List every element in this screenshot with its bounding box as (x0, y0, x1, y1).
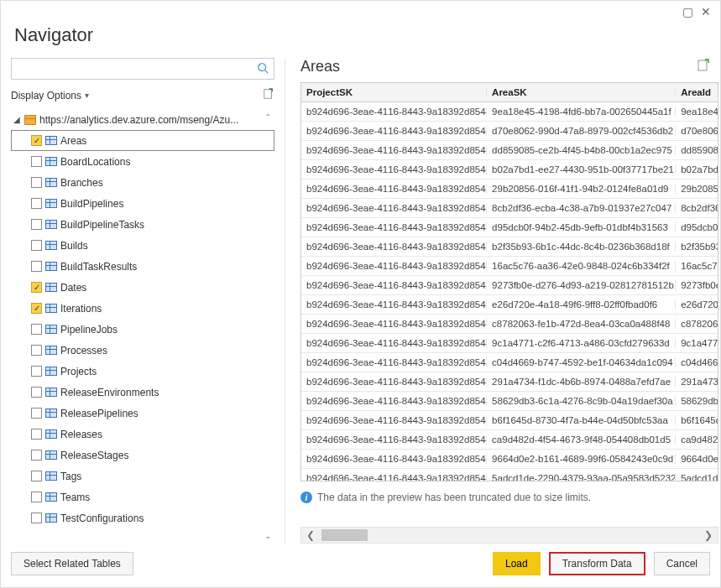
tree-item-releaseenvironments[interactable]: ReleaseEnvironments (11, 382, 274, 403)
table-row[interactable]: b924d696-3eae-4116-8443-9a18392d85445862… (301, 392, 718, 411)
checkbox[interactable] (31, 450, 42, 461)
table-icon (45, 157, 57, 166)
select-related-tables-button[interactable]: Select Related Tables (11, 552, 133, 575)
load-button[interactable]: Load (493, 552, 541, 575)
table-row[interactable]: b924d696-3eae-4116-8443-9a18392d854429b2… (301, 180, 718, 199)
table-row[interactable]: b924d696-3eae-4116-8443-9a18392d8544b2f3… (301, 237, 718, 257)
checkbox[interactable] (31, 513, 42, 523)
checkbox[interactable] (31, 198, 42, 209)
table-icon (45, 408, 57, 418)
checkbox[interactable] (31, 219, 42, 230)
checkbox[interactable] (31, 177, 42, 188)
navigator-tree: ◢ https://analytics.dev.azure.com/mseng/… (11, 109, 274, 544)
col-areaid[interactable]: AreaId (676, 87, 718, 97)
checkbox[interactable] (31, 324, 42, 335)
refresh-icon[interactable] (263, 88, 274, 102)
table-row[interactable]: b924d696-3eae-4116-8443-9a18392d854416ac… (301, 257, 718, 276)
display-options-dropdown[interactable]: Display Options ▾ (11, 90, 89, 101)
tree-item-iterations[interactable]: ✓Iterations (11, 298, 274, 319)
window-controls: ▢ ✕ (673, 1, 720, 23)
scroll-down-icon[interactable]: ⌄ (264, 529, 271, 542)
cell: b924d696-3eae-4116-8443-9a18392d8544 (301, 242, 487, 252)
tree-scrollbar[interactable]: ⌃ ⌄ (261, 111, 274, 542)
checkbox[interactable] (31, 156, 42, 167)
horizontal-scrollbar[interactable]: ❮ ❯ (300, 527, 718, 544)
tree-item-releasepipelines[interactable]: ReleasePipelines (11, 403, 274, 424)
tree-item-dates[interactable]: ✓Dates (11, 277, 274, 298)
scroll-track[interactable] (261, 123, 274, 529)
table-row[interactable]: b924d696-3eae-4116-8443-9a18392d8544b02a… (301, 160, 718, 180)
cell: b6f1645d (676, 415, 718, 425)
expander-icon[interactable]: ◢ (13, 115, 21, 124)
tree-item-projects[interactable]: Projects (11, 361, 274, 382)
table-row[interactable]: b924d696-3eae-4116-8443-9a18392d8544d95d… (301, 218, 718, 237)
checkbox[interactable] (31, 387, 42, 398)
table-row[interactable]: b924d696-3eae-4116-8443-9a18392d85445adc… (301, 469, 718, 481)
table-row[interactable]: b924d696-3eae-4116-8443-9a18392d85449273… (301, 276, 718, 295)
tree-item-boardlocations[interactable]: BoardLocations (11, 151, 274, 172)
col-areask[interactable]: AreaSK (487, 87, 676, 97)
table-row[interactable]: b924d696-3eae-4116-8443-9a18392d8544e26d… (301, 295, 718, 315)
checkbox[interactable]: ✓ (31, 303, 42, 314)
tree-item-releases[interactable]: Releases (11, 424, 274, 445)
scroll-left-icon[interactable]: ❮ (301, 529, 320, 541)
tree-item-buildpipelinetasks[interactable]: BuildPipelineTasks (11, 214, 274, 235)
table-icon (45, 262, 57, 271)
checkbox[interactable]: ✓ (31, 135, 42, 146)
checkbox[interactable]: ✓ (31, 282, 42, 293)
cell: 9273fb0e-d276-4d93-a219-02812781512b (487, 280, 676, 290)
tree-item-processes[interactable]: Processes (11, 340, 274, 361)
transform-data-button[interactable]: Transform Data (549, 552, 645, 575)
tree-item-tags[interactable]: Tags (11, 466, 274, 487)
checkbox[interactable] (31, 492, 42, 502)
table-row[interactable]: b924d696-3eae-4116-8443-9a18392d85449ea1… (301, 102, 718, 122)
cell: b924d696-3eae-4116-8443-9a18392d8544 (301, 164, 487, 174)
checkbox[interactable] (31, 345, 42, 356)
search-input[interactable] (12, 63, 252, 75)
table-row[interactable]: b924d696-3eae-4116-8443-9a18392d8544291a… (301, 372, 718, 392)
table-row[interactable]: b924d696-3eae-4116-8443-9a18392d8544dd85… (301, 141, 718, 160)
table-row[interactable]: b924d696-3eae-4116-8443-9a18392d8544b6f1… (301, 411, 718, 430)
tree-item-label: Teams (60, 492, 90, 503)
checkbox[interactable] (31, 240, 42, 251)
search-icon[interactable] (252, 62, 274, 76)
checkbox[interactable] (31, 366, 42, 377)
tree-root[interactable]: ◢ https://analytics.dev.azure.com/mseng/… (11, 109, 274, 130)
display-options-label: Display Options (11, 90, 81, 101)
tree-item-testconfigurations[interactable]: TestConfigurations (11, 507, 274, 528)
tree-item-teams[interactable]: Teams (11, 487, 274, 507)
tree-item-builds[interactable]: Builds (11, 235, 274, 256)
close-icon[interactable]: ✕ (700, 6, 712, 18)
tree-item-releasestages[interactable]: ReleaseStages (11, 445, 274, 466)
preview-options-icon[interactable] (697, 59, 710, 75)
tree-item-buildtaskresults[interactable]: BuildTaskResults (11, 256, 274, 277)
checkbox[interactable] (31, 261, 42, 272)
tree-item-pipelinejobs[interactable]: PipelineJobs (11, 319, 274, 340)
table-row[interactable]: b924d696-3eae-4116-8443-9a18392d8544d70e… (301, 122, 718, 141)
maximize-icon[interactable]: ▢ (682, 6, 693, 18)
col-projectsk[interactable]: ProjectSK (301, 87, 487, 97)
table-row[interactable]: b924d696-3eae-4116-8443-9a18392d85448cb2… (301, 199, 718, 218)
scroll-right-icon[interactable]: ❯ (699, 529, 718, 541)
table-row[interactable]: b924d696-3eae-4116-8443-9a18392d8544ca9d… (301, 430, 718, 450)
tree-item-branches[interactable]: Branches (11, 172, 274, 193)
tree-item-areas[interactable]: ✓Areas (11, 130, 274, 151)
table-row[interactable]: b924d696-3eae-4116-8443-9a18392d85449664… (301, 450, 718, 469)
scroll-up-icon[interactable]: ⌃ (264, 111, 271, 123)
checkbox[interactable] (31, 471, 42, 481)
table-row[interactable]: b924d696-3eae-4116-8443-9a18392d85449c1a… (301, 334, 718, 353)
table-row[interactable]: b924d696-3eae-4116-8443-9a18392d8544c878… (301, 315, 718, 334)
cancel-button[interactable]: Cancel (654, 552, 710, 575)
cell: d70e8062-990d-47a8-8979-002cf4536db2 (487, 126, 676, 136)
tree-item-buildpipelines[interactable]: BuildPipelines (11, 193, 274, 214)
scroll-thumb[interactable] (320, 528, 699, 543)
cell: b924d696-3eae-4116-8443-9a18392d8544 (301, 473, 487, 481)
table-icon (45, 492, 57, 502)
cell: e26d720e-4a18-49f6-9ff8-02ff0fbad0f6 (487, 299, 676, 310)
cell: d70e8062 (676, 126, 718, 136)
table-row[interactable]: b924d696-3eae-4116-8443-9a18392d8544c04d… (301, 353, 718, 372)
cell: c04d4669 (676, 357, 718, 367)
checkbox[interactable] (31, 408, 42, 419)
search-box[interactable] (11, 58, 274, 80)
checkbox[interactable] (31, 429, 42, 440)
